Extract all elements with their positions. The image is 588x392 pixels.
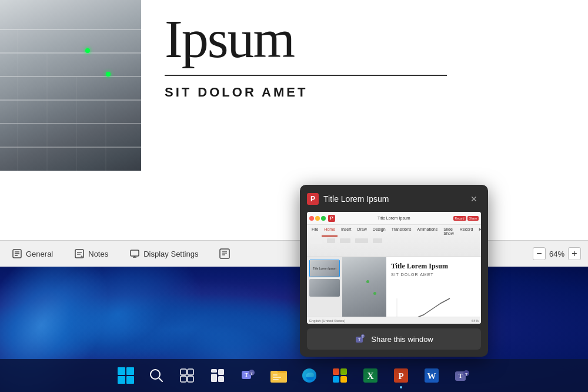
mini-ribbon-btn-4 [355,238,368,243]
svg-rect-47 [273,379,279,380]
mini-share-btn-small: Share [467,216,479,221]
mini-main-slide: Title Lorem Ipsum SIT DOLOR AMET [342,257,481,324]
svg-rect-49 [340,368,347,375]
mini-led-1 [366,280,369,283]
taskbar-word-button[interactable]: W [417,361,446,390]
led-dot-2 [106,72,111,77]
slide-text-area: Ipsum SIT DOLOR AMET [141,0,588,112]
mini-tab-slideshow: Slide Show [441,226,456,237]
mini-slide-main-title: Title Lorem Ipsum [391,262,476,270]
search-icon [147,366,166,385]
svg-text:T: T [362,335,364,338]
svg-line-31 [159,378,162,381]
mini-tab-home: Home [322,226,338,237]
mini-tab-transitions: Transitions [389,226,414,237]
mini-title-text: Title Lorem Ipsum [337,216,451,220]
slide-area: Ipsum SIT DOLOR AMET [0,0,588,241]
edge-icon [300,366,319,385]
svg-rect-50 [333,376,339,383]
svg-rect-17 [131,250,139,256]
mini-slide-subtitle: SIT DOLOR AMET [391,273,476,277]
notes-label: Notes [88,250,108,258]
thumbnail-preview[interactable]: P Title Lorem Ipsum Record Share File Ho… [307,212,481,324]
file-explorer-icon [269,366,288,385]
general-button[interactable]: General [7,246,58,261]
mini-tab-review: Review [476,226,481,237]
svg-text:T: T [465,372,468,377]
mini-tab-insert: Insert [339,226,354,237]
svg-rect-46 [273,377,281,378]
thumbnail-close-button[interactable]: ✕ [467,192,481,206]
svg-rect-34 [181,376,186,382]
zoom-level: 64% [549,250,564,258]
taskbar-task-view-button[interactable] [173,361,201,390]
excel-icon: X [361,366,380,385]
taskbar-widgets-button[interactable] [203,361,232,390]
svg-rect-35 [188,376,193,382]
teams-icon: T T [453,366,472,385]
general-label: General [26,250,53,258]
zoom-controls: − 64% + [533,247,581,260]
title-divider [165,75,447,76]
taskbar-edge-button[interactable] [295,361,323,390]
zoom-minus-button[interactable]: − [533,247,546,260]
display-settings-button[interactable]: Display Settings [125,246,203,261]
store-icon [330,366,349,385]
mini-slide-panel: Title Lorem Ipsum [307,257,342,324]
svg-rect-39 [218,376,224,382]
thumbnail-header: P Title Lorem Ipsum ✕ [307,192,481,206]
general-icon [12,248,22,259]
mini-led-2 [373,292,376,295]
taskbar-powerpoint-button[interactable]: P [387,361,415,390]
taskbar-teams-button[interactable]: T T [448,361,476,390]
svg-text:T: T [358,338,360,341]
word-icon: W [422,366,441,385]
taskbar-teams-chat-button[interactable]: T T [234,361,262,390]
taskbar-store-button[interactable] [326,361,354,390]
reading-view-icon [219,248,230,259]
mini-slide-photo [342,257,386,324]
taskbar-excel-button[interactable]: X [356,361,385,390]
mini-ppt-icon: P [328,215,335,222]
share-button-label: Share this window [371,335,433,344]
svg-rect-48 [333,368,339,375]
reading-view-button[interactable] [215,246,235,261]
mini-ribbon-btn-5 [373,238,382,243]
svg-text:T: T [245,372,248,378]
share-this-window-button[interactable]: T T Share this window [307,328,481,350]
mini-slide-area: Title Lorem Ipsum [307,257,481,324]
mini-ribbon-content [307,237,481,245]
mini-ribbon: File Home Insert Draw Design Transitions… [307,225,481,257]
taskbar-search-button[interactable] [142,361,171,390]
svg-text:X: X [367,371,374,381]
mini-status-text: English (United States) [309,319,345,323]
mini-slide-thumb-1: Title Lorem Ipsum [309,260,340,277]
taskbar-file-explorer-button[interactable] [265,361,293,390]
zoom-area: − 64% + [533,247,581,260]
windows-logo-icon [118,367,134,384]
mini-zoom-text: 64% [472,319,479,323]
svg-rect-45 [273,374,278,376]
svg-text:T: T [250,371,253,376]
display-settings-label: Display Settings [143,250,198,258]
svg-text:P: P [398,371,403,381]
mini-record-button: Record [453,216,466,221]
teams-chat-icon: T T [239,366,258,385]
powerpoint-icon: P [392,366,410,385]
task-view-icon [178,366,196,385]
zoom-plus-button[interactable]: + [568,247,581,260]
mini-tab-file: File [309,226,320,237]
status-bar: General Notes Display Settings [0,240,588,267]
mini-ribbon-btn-3 [340,238,350,243]
mini-tab-record: Record [457,226,476,237]
notes-button[interactable]: Notes [69,246,113,261]
thumbnail-title: Title Lorem Ipsum [323,194,462,204]
svg-rect-38 [211,374,217,382]
mini-tab-draw: Draw [355,226,369,237]
taskbar-start-button[interactable] [112,361,140,390]
mini-slide-thumb-2 [309,279,340,297]
slide-main-title: Ipsum [165,12,294,66]
svg-rect-33 [188,369,193,375]
thumbnail-popup: P Title Lorem Ipsum ✕ P Title Lorem Ipsu… [300,185,488,357]
svg-text:T: T [459,373,463,379]
